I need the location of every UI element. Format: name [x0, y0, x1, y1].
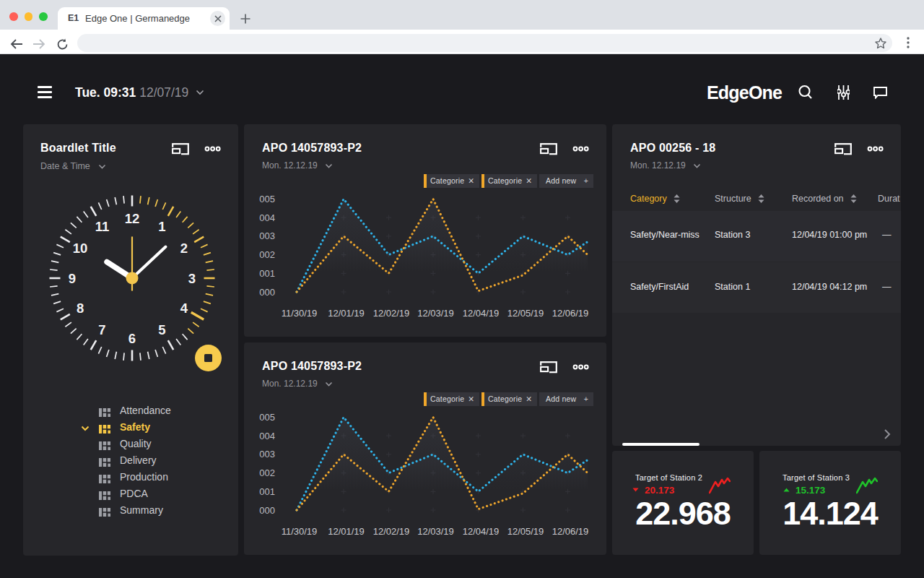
- svg-text:12/02/19: 12/02/19: [373, 308, 410, 319]
- svg-text:5: 5: [158, 322, 165, 337]
- svg-text:001: 001: [259, 268, 275, 279]
- svg-text:004: 004: [259, 431, 275, 441]
- svg-text:4: 4: [180, 301, 188, 316]
- svg-text:2: 2: [180, 241, 188, 256]
- svg-text:001: 001: [259, 486, 275, 497]
- svg-text:12/02/19: 12/02/19: [373, 526, 410, 537]
- svg-text:12/06/19: 12/06/19: [552, 308, 589, 319]
- svg-text:12: 12: [125, 211, 140, 226]
- svg-text:11/30/19: 11/30/19: [282, 308, 318, 319]
- svg-text:9: 9: [69, 271, 76, 286]
- svg-text:000: 000: [259, 505, 275, 516]
- svg-text:10: 10: [73, 241, 88, 256]
- svg-text:12/04/19: 12/04/19: [463, 308, 500, 319]
- svg-text:3: 3: [188, 271, 196, 286]
- svg-text:002: 002: [259, 249, 275, 260]
- svg-text:1: 1: [158, 219, 165, 234]
- svg-text:12/06/19: 12/06/19: [552, 526, 589, 537]
- svg-text:000: 000: [259, 287, 275, 298]
- svg-text:003: 003: [259, 449, 275, 460]
- svg-text:12/05/19: 12/05/19: [507, 526, 544, 537]
- svg-text:12/01/19: 12/01/19: [328, 308, 365, 319]
- svg-text:11: 11: [95, 219, 110, 234]
- svg-text:002: 002: [259, 467, 275, 478]
- svg-text:004: 004: [259, 212, 275, 223]
- svg-text:005: 005: [259, 412, 275, 423]
- svg-text:005: 005: [259, 194, 275, 204]
- svg-text:003: 003: [259, 230, 275, 241]
- svg-text:6: 6: [128, 331, 136, 346]
- svg-text:12/05/19: 12/05/19: [507, 308, 544, 319]
- svg-text:8: 8: [77, 301, 84, 316]
- svg-text:11/30/19: 11/30/19: [282, 526, 318, 537]
- svg-text:12/01/19: 12/01/19: [328, 526, 365, 537]
- svg-text:12/03/19: 12/03/19: [417, 308, 454, 319]
- svg-text:12/04/19: 12/04/19: [463, 526, 500, 537]
- svg-text:12/03/19: 12/03/19: [417, 526, 454, 537]
- svg-text:7: 7: [98, 322, 105, 337]
